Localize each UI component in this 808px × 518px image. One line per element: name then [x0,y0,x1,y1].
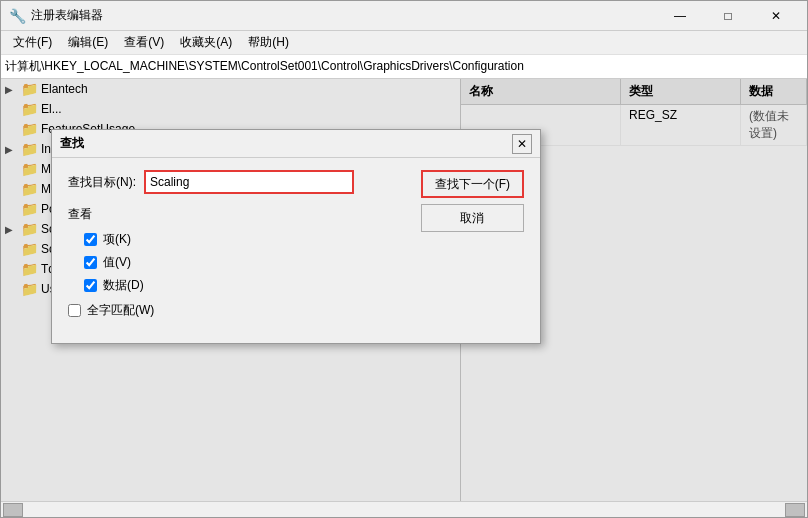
scroll-track [23,503,785,517]
bottom-scrollbar[interactable] [1,501,807,517]
checkbox-row-data: 数据(D) [84,277,413,294]
find-next-button[interactable]: 查找下一个(F) [421,170,524,198]
checkbox-data[interactable] [84,279,97,292]
checkbox-group: 项(K) 值(V) 数据(D) [68,231,413,294]
menu-file[interactable]: 文件(F) [5,32,60,53]
app-icon: 🔧 [9,8,25,24]
dialog-title: 查找 [60,135,512,152]
menu-help[interactable]: 帮助(H) [240,32,297,53]
find-row: 查找目标(N): [68,170,413,194]
find-input[interactable] [144,170,354,194]
checkbox-row-key: 项(K) [84,231,413,248]
menu-bar: 文件(F) 编辑(E) 查看(V) 收藏夹(A) 帮助(H) [1,31,807,55]
checkbox-fullmatch[interactable] [68,304,81,317]
checkbox-row-value: 值(V) [84,254,413,271]
checkbox-value[interactable] [84,256,97,269]
checkbox-key[interactable] [84,233,97,246]
address-bar: 计算机\HKEY_LOCAL_MACHINE\SYSTEM\ControlSet… [1,55,807,79]
address-path: 计算机\HKEY_LOCAL_MACHINE\SYSTEM\ControlSet… [5,58,524,75]
fullmatch-label: 全字匹配(W) [87,302,154,319]
scroll-left-btn[interactable] [3,503,23,517]
look-section-label: 查看 [68,206,413,223]
window-title: 注册表编辑器 [31,7,657,24]
dialog-top-row: 查找目标(N): 查看 项(K) [68,170,524,319]
modal-overlay: 查找 ✕ 查找目标(N): 查看 [1,79,807,501]
window-controls: — □ ✕ [657,1,799,31]
main-content: ▶ 📁 Elantech ▶ 📁 El... ▶ 📁 FeatureSetUsa… [1,79,807,501]
fullmatch-row: 全字匹配(W) [68,302,413,319]
menu-edit[interactable]: 编辑(E) [60,32,116,53]
checkbox-key-label: 项(K) [103,231,131,248]
checkbox-data-label: 数据(D) [103,277,144,294]
menu-view[interactable]: 查看(V) [116,32,172,53]
dialog-buttons: 查找下一个(F) 取消 [421,170,524,232]
dialog-title-bar: 查找 ✕ [52,130,540,158]
maximize-button[interactable]: □ [705,1,751,31]
checkbox-value-label: 值(V) [103,254,131,271]
menu-favorites[interactable]: 收藏夹(A) [172,32,240,53]
scroll-right-btn[interactable] [785,503,805,517]
find-label: 查找目标(N): [68,174,136,191]
close-button[interactable]: ✕ [753,1,799,31]
dialog-left-col: 查找目标(N): 查看 项(K) [68,170,413,319]
title-bar: 🔧 注册表编辑器 — □ ✕ [1,1,807,31]
cancel-button[interactable]: 取消 [421,204,524,232]
find-dialog: 查找 ✕ 查找目标(N): 查看 [51,129,541,344]
main-window: 🔧 注册表编辑器 — □ ✕ 文件(F) 编辑(E) 查看(V) 收藏夹(A) … [0,0,808,518]
minimize-button[interactable]: — [657,1,703,31]
dialog-body: 查找目标(N): 查看 项(K) [52,158,540,331]
dialog-close-button[interactable]: ✕ [512,134,532,154]
